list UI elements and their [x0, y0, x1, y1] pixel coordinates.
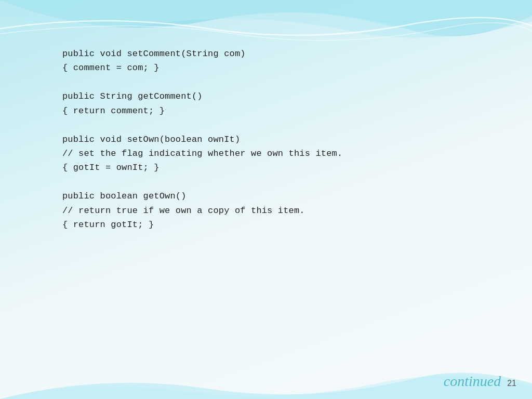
code-line: { return gotIt; }: [62, 218, 490, 232]
code-line: { comment = com; }: [62, 61, 490, 75]
code-line: public void setOwn(boolean ownIt): [62, 132, 490, 147]
page-number: 21: [507, 379, 516, 388]
code-section-get-comment: public String getComment() { return comm…: [62, 89, 490, 117]
code-block: public void setComment(String com) { com…: [62, 47, 490, 232]
continued-label: continued: [444, 373, 501, 390]
code-line: { return comment; }: [62, 104, 490, 118]
code-section-get-own: public boolean getOwn() // return true i…: [62, 189, 490, 232]
code-section-set-own: public void setOwn(boolean ownIt) // set…: [62, 132, 490, 175]
code-line: public boolean getOwn(): [62, 189, 490, 203]
code-line: public String getComment(): [62, 89, 490, 103]
code-section-set-comment: public void setComment(String com) { com…: [62, 47, 490, 75]
code-line: // set the flag indicating whether we ow…: [62, 147, 490, 161]
code-line: // return true if we own a copy of this …: [62, 204, 490, 218]
code-line: { gotIt = ownIt; }: [62, 161, 490, 175]
code-line: public void setComment(String com): [62, 47, 490, 61]
main-content: public void setComment(String com) { com…: [0, 42, 532, 368]
footer: continued 21: [444, 373, 516, 390]
